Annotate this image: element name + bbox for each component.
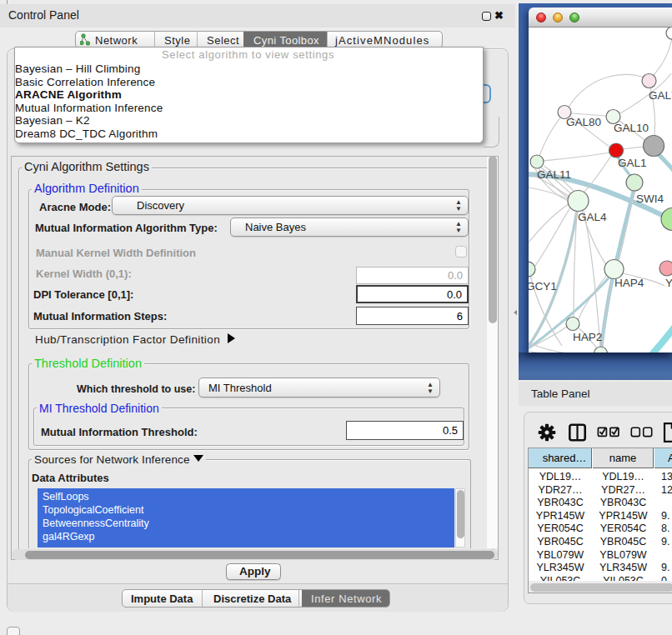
svg-text:HAP4: HAP4	[614, 277, 644, 289]
svg-text:GAL4: GAL4	[578, 211, 607, 223]
svg-text:GAL11: GAL11	[537, 168, 571, 181]
svg-text:YJ: YJ	[665, 277, 672, 289]
svg-text:GAL10: GAL10	[614, 122, 649, 134]
svg-text:GCY1: GCY1	[529, 280, 557, 292]
svg-text:HAP2: HAP2	[573, 331, 602, 343]
svg-text:GAL7: GAL7	[649, 89, 672, 102]
svg-text:GAL1: GAL1	[618, 157, 647, 169]
svg-text:SWI4: SWI4	[636, 192, 664, 205]
svg-text:GAL80: GAL80	[566, 116, 601, 128]
